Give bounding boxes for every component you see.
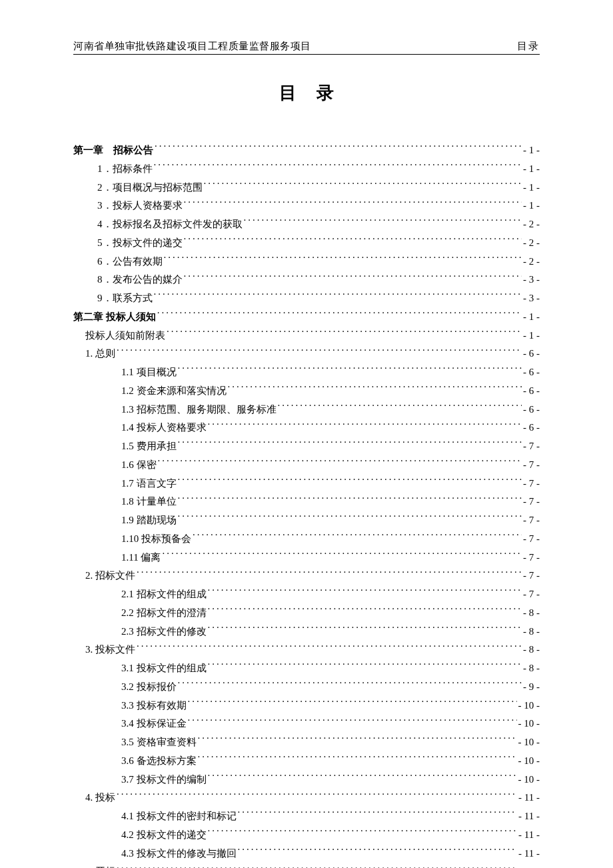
toc-entry-label: 5．投标文件的递交 — [97, 234, 183, 253]
toc-leader-dots — [208, 587, 522, 597]
toc-leader-dots — [155, 143, 522, 153]
toc-entry-label: 4．投标报名及招标文件发的获取 — [97, 215, 243, 234]
toc-leader-dots — [208, 773, 517, 783]
toc-entry: 2. 招标文件- 7 - — [73, 567, 540, 585]
toc-entry-page: - 9 - — [523, 678, 540, 697]
toc-entry: 2.3 招标文件的修改- 8 - — [73, 623, 540, 641]
toc-entry-page: - 1 - — [523, 179, 540, 197]
toc-leader-dots — [228, 384, 522, 394]
toc-entry-label: 8．发布公告的媒介 — [97, 271, 183, 289]
toc-leader-dots — [117, 791, 517, 801]
toc-entry-label: 1.5 费用承担 — [121, 437, 177, 456]
toc-entry-label: 1．招标条件 — [97, 160, 153, 179]
toc-entry: 1.7 语言文字- 7 - — [73, 475, 540, 493]
toc-leader-dots — [244, 217, 522, 227]
toc-entry-page: - 1 - — [523, 141, 540, 160]
toc-entry-label: 1.2 资金来源和落实情况 — [121, 382, 227, 401]
toc-entry: 第二章 投标人须知- 1 - — [73, 308, 540, 327]
toc-entry-page: - 2 - — [523, 234, 540, 253]
toc-leader-dots — [208, 625, 522, 635]
toc-entry-page: - 8 - — [523, 623, 540, 641]
toc-leader-dots — [184, 199, 522, 209]
toc-entry: 1．招标条件- 1 - — [73, 160, 540, 179]
toc-entry-label: 4.3 投标文件的修改与撤回 — [121, 845, 237, 863]
toc-entry-label: 3.2 投标报价 — [121, 678, 177, 697]
toc-entry-label: 1.6 保密 — [121, 456, 157, 475]
toc-entry-label: 1.10 投标预备会 — [121, 530, 191, 549]
toc-entry-page: - 8 - — [523, 641, 540, 659]
toc-entry: 3.2 投标报价- 9 - — [73, 678, 540, 697]
toc-entry-label: 3.4 投标保证金 — [121, 715, 187, 733]
toc-entry-label: 3.5 资格审查资料 — [121, 733, 197, 752]
toc-entry: 1.6 保密- 7 - — [73, 456, 540, 475]
toc-leader-dots — [198, 735, 517, 745]
toc-entry-page: - 11 - — [518, 789, 540, 807]
toc-leader-dots — [117, 865, 517, 868]
toc-entry: 4. 投标- 11 - — [73, 789, 540, 807]
toc-leader-dots — [154, 291, 522, 301]
toc-leader-dots — [193, 532, 522, 542]
toc-entry-page: - 7 - — [523, 456, 540, 475]
toc-leader-dots — [238, 847, 518, 857]
toc-entry: 1. 总则- 6 - — [73, 345, 540, 363]
toc-leader-dots — [184, 273, 522, 283]
toc-entry-label: 2. 招标文件 — [85, 567, 135, 585]
toc-entry-page: - 8 - — [523, 604, 540, 623]
toc-entry-page: - 10 - — [518, 733, 540, 752]
toc-entry: 3. 投标文件- 8 - — [73, 641, 540, 659]
toc-entry-page: - 10 - — [518, 697, 540, 715]
toc-leader-dots — [164, 255, 522, 265]
toc-entry-page: - 10 - — [518, 715, 540, 733]
toc-entry: 4.2 投标文件的递交- 11 - — [73, 826, 540, 845]
toc-entry-label: 2.1 招标文件的组成 — [121, 585, 207, 604]
toc-entry-label: 第二章 投标人须知 — [73, 308, 156, 327]
toc-entry-label: 2.2 招标文件的澄清 — [121, 604, 207, 623]
toc-entry-page: - 8 - — [523, 659, 540, 678]
toc-entry-page: - 1 - — [523, 327, 540, 345]
toc-entry: 5．投标文件的递交- 2 - — [73, 234, 540, 253]
header-left-text: 河南省单独审批铁路建设项目工程质量监督服务项目 — [73, 40, 311, 53]
header-right-text: 目录 — [517, 40, 540, 53]
toc-leader-dots — [178, 680, 522, 690]
toc-entry-page: - 6 - — [523, 401, 540, 419]
toc-entry-page: - 7 - — [523, 511, 540, 530]
toc-leader-dots — [157, 310, 522, 320]
toc-entry-page: - 6 - — [523, 363, 540, 382]
toc-entry-page: - 7 - — [523, 530, 540, 549]
toc-entry-page: - 6 - — [523, 345, 540, 363]
toc-entry-label: 1. 总则 — [85, 345, 115, 363]
toc-entry-page: - 3 - — [523, 271, 540, 289]
toc-entry: 2．项目概况与招标范围- 1 - — [73, 179, 540, 197]
toc-entry: 9．联系方式- 3 - — [73, 289, 540, 308]
toc-entry-label: 5. 开标 — [85, 863, 115, 868]
toc-leader-dots — [184, 236, 522, 246]
toc-entry-page: - 11 - — [518, 845, 540, 863]
toc-entry: 4.3 投标文件的修改与撤回- 11 - — [73, 845, 540, 863]
toc-entry-page: - 1 - — [523, 160, 540, 179]
toc-entry-label: 1.8 计量单位 — [121, 493, 177, 511]
toc-entry: 5. 开标- 12 - — [73, 863, 540, 868]
toc-entry-label: 1.11 偏离 — [121, 549, 161, 567]
toc-entry-page: - 7 - — [523, 437, 540, 456]
toc-entry-label: 2．项目概况与招标范围 — [97, 179, 203, 197]
toc-entry-page: - 11 - — [518, 826, 540, 845]
toc-leader-dots — [208, 828, 518, 838]
toc-entry: 6．公告有效期- 2 - — [73, 253, 540, 271]
toc-entry-label: 1.7 语言文字 — [121, 475, 177, 493]
toc-entry-label: 1.1 项目概况 — [121, 363, 177, 382]
toc-entry: 3.3 投标有效期- 10 - — [73, 697, 540, 715]
toc-entry: 3.6 备选投标方案- 10 - — [73, 752, 540, 771]
toc-entry: 第一章 招标公告- 1 - — [73, 141, 540, 160]
toc-entry: 3.7 投标文件的编制- 10 - — [73, 771, 540, 789]
toc-entry: 3.4 投标保证金- 10 - — [73, 715, 540, 733]
toc-leader-dots — [238, 809, 518, 819]
toc-entry: 1.2 资金来源和落实情况- 6 - — [73, 382, 540, 401]
toc-entry-page: - 6 - — [523, 419, 540, 437]
toc-entry-label: 9．联系方式 — [97, 289, 153, 308]
toc-entry-label: 4. 投标 — [85, 789, 115, 807]
toc-entry: 1.1 项目概况- 6 - — [73, 363, 540, 382]
toc-entry: 1.5 费用承担- 7 - — [73, 437, 540, 456]
toc-entry: 1.4 投标人资格要求- 6 - — [73, 419, 540, 437]
toc-entry-label: 1.3 招标范围、服务期限、服务标准 — [121, 401, 277, 419]
toc-entry: 4.1 投标文件的密封和标记- 11 - — [73, 807, 540, 826]
